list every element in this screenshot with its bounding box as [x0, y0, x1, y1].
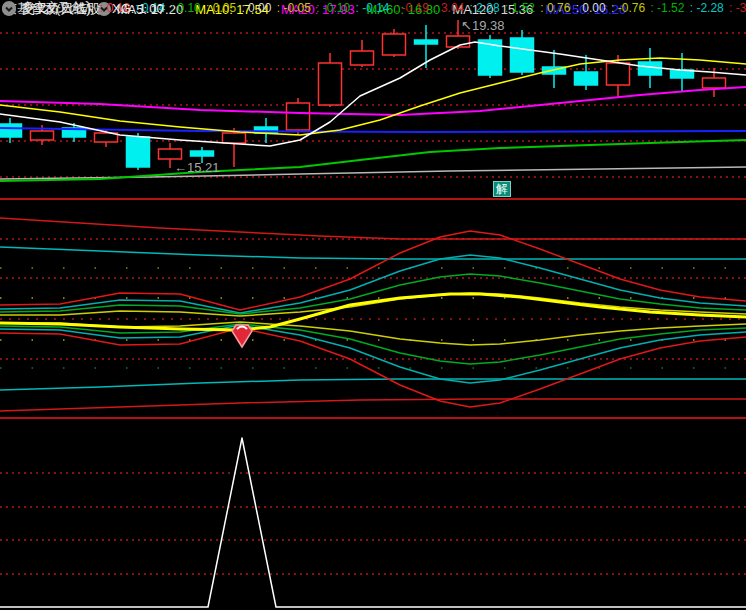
xg-label: XG: [112, 1, 134, 16]
oscillator-chart[interactable] [0, 216, 746, 418]
signal-title[interactable]: 交叉介入选股 [22, 0, 100, 17]
signal-chart[interactable] [0, 436, 746, 610]
oscillator-chart-area[interactable] [0, 216, 746, 418]
price-high-label: ↖19.38 [461, 19, 504, 32]
panel-separator [0, 417, 746, 419]
price-low-label: ←15.21 [174, 161, 220, 174]
diamond-signal-marker [232, 325, 252, 347]
trading-terminal: 京基智农(日线) MA5: 17.20MA10: 17.54MA20: 17.9… [0, 0, 746, 610]
panel-separator [0, 198, 746, 200]
signal-chart-area[interactable] [0, 436, 746, 610]
price-chart[interactable] [0, 18, 746, 199]
signal-panel-header: 交叉介入选股 XG: 1.00 [0, 0, 746, 17]
jie-marker-badge[interactable]: 解 [493, 181, 511, 197]
xg-value: 1.00 [138, 1, 163, 16]
chevron-down-icon[interactable] [2, 2, 16, 16]
price-chart-area[interactable]: ↖19.38 ←15.21 解 [0, 18, 746, 199]
